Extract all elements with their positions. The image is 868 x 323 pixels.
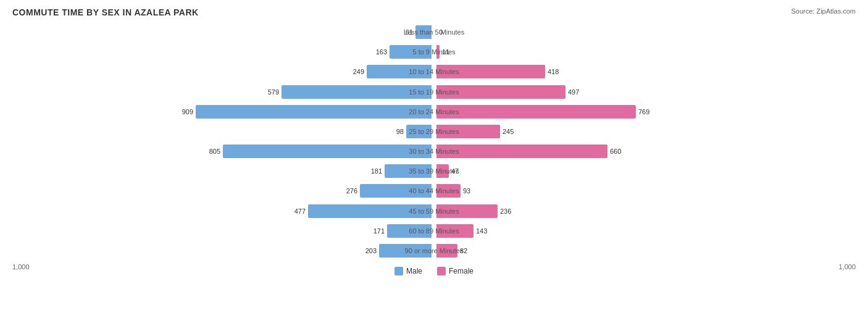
left-section: 181 (12, 164, 434, 178)
axis-labels: 1,000 Male Female 1,000 (12, 263, 856, 275)
left-section: 276 (12, 184, 434, 198)
male-bar (367, 65, 432, 78)
left-section: 805 (12, 145, 434, 158)
female-bar (436, 45, 440, 59)
female-bar (436, 244, 457, 258)
female-bar (436, 145, 607, 158)
right-section: 93 (434, 184, 856, 198)
male-bar (415, 25, 432, 39)
chart-area: 61Less than 5 Minutes01635 to 9 Minutes1… (12, 22, 856, 279)
legend-female: Female (437, 267, 474, 275)
female-value-label: 143 (476, 227, 487, 235)
left-section: 249 (12, 65, 434, 78)
male-bar (390, 45, 432, 59)
female-value-label: 82 (460, 247, 467, 254)
rows-container: 61Less than 5 Minutes01635 to 9 Minutes1… (12, 22, 856, 261)
right-section: 769 (434, 105, 856, 119)
table-row: 24910 to 14 Minutes418 (12, 62, 856, 82)
source-label: Source: ZipAtlas.com (791, 7, 856, 15)
left-section: 203 (12, 244, 434, 258)
male-bar (360, 184, 432, 198)
male-value-label: 805 (202, 148, 220, 155)
right-section: 418 (434, 65, 856, 78)
female-bar (436, 224, 474, 238)
female-legend-box (437, 267, 446, 275)
female-value-label: 236 (500, 208, 511, 215)
table-row: 9825 to 29 Minutes245 (12, 122, 856, 141)
table-row: 61Less than 5 Minutes0 (12, 22, 856, 42)
female-bar (436, 184, 461, 198)
female-value-label: 497 (568, 88, 579, 96)
right-section: 660 (434, 145, 856, 158)
male-value-label: 61 (394, 28, 413, 36)
right-section: 11 (434, 45, 856, 59)
male-value-label: 163 (369, 48, 387, 56)
table-row: 47745 to 59 Minutes236 (12, 201, 856, 221)
male-value-label: 98 (385, 128, 404, 135)
female-bar (436, 105, 636, 119)
left-section: 579 (12, 85, 434, 99)
male-value-label: 181 (364, 167, 382, 175)
male-bar (223, 145, 432, 158)
table-row: 27640 to 44 Minutes93 (12, 181, 856, 201)
right-section: 143 (434, 224, 856, 238)
table-row: 90920 to 24 Minutes769 (12, 102, 856, 122)
male-value-label: 276 (339, 187, 357, 195)
right-section: 497 (434, 85, 856, 99)
male-value-label: 579 (261, 88, 279, 96)
female-bar (436, 164, 449, 178)
female-value-label: 47 (451, 167, 459, 175)
male-bar (282, 85, 432, 99)
male-bar (308, 204, 432, 218)
female-bar (436, 204, 498, 218)
right-section: 245 (434, 125, 856, 138)
female-value-label: 769 (638, 108, 649, 115)
table-row: 1635 to 9 Minutes11 (12, 42, 856, 62)
male-bar (385, 164, 432, 178)
female-bar (436, 125, 500, 138)
left-section: 163 (12, 45, 434, 59)
chart-title: COMMUTE TIME BY SEX IN AZALEA PARK (12, 7, 856, 17)
male-legend-label: Male (406, 267, 422, 275)
female-legend-label: Female (449, 267, 474, 275)
right-section: 82 (434, 244, 856, 258)
female-value-label: 0 (439, 28, 443, 36)
female-value-label: 93 (463, 187, 470, 195)
male-bar (406, 125, 432, 138)
table-row: 17160 to 89 Minutes143 (12, 221, 856, 241)
left-section: 61 (12, 25, 434, 39)
left-section: 98 (12, 125, 434, 138)
axis-left: 1,000 (12, 263, 30, 275)
male-value-label: 249 (346, 68, 364, 75)
table-row: 20390 or more Minutes82 (12, 241, 856, 261)
axis-right: 1,000 (838, 263, 856, 275)
male-bar (196, 105, 432, 119)
left-section: 477 (12, 204, 434, 218)
male-value-label: 171 (366, 227, 385, 235)
male-value-label: 477 (287, 208, 306, 215)
female-bar (436, 65, 545, 78)
table-row: 18135 to 39 Minutes47 (12, 161, 856, 181)
table-row: 80530 to 34 Minutes660 (12, 141, 856, 161)
female-bar (436, 85, 565, 99)
right-section: 47 (434, 164, 856, 178)
male-bar (387, 224, 432, 238)
female-value-label: 660 (610, 148, 621, 155)
chart-container: COMMUTE TIME BY SEX IN AZALEA PARK Sourc… (0, 0, 868, 323)
male-value-label: 203 (358, 247, 377, 254)
female-value-label: 418 (548, 68, 559, 75)
male-legend-box (394, 267, 403, 275)
right-section: 236 (434, 204, 856, 218)
legend: Male Female (394, 267, 474, 275)
male-bar (379, 244, 432, 258)
left-section: 909 (12, 105, 434, 119)
female-value-label: 245 (503, 128, 514, 135)
table-row: 57915 to 19 Minutes497 (12, 82, 856, 102)
right-section: 0 (434, 25, 856, 39)
female-value-label: 11 (442, 48, 449, 56)
legend-male: Male (394, 267, 422, 275)
male-value-label: 909 (175, 108, 193, 115)
left-section: 171 (12, 224, 434, 238)
